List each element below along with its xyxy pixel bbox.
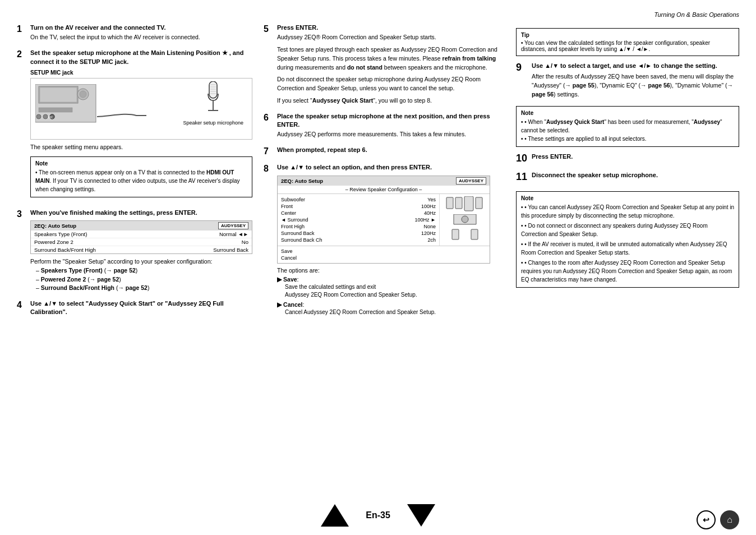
step-3-dash-2: – Powered Zone 2 (→ page 52) <box>36 275 252 284</box>
step-5-number: 5 <box>264 24 274 105</box>
page-header: Turning On & Basic Operations <box>17 11 739 18</box>
speakers-top-svg <box>445 196 485 213</box>
step-7-content: When prompted, repeat step 6. <box>277 146 505 156</box>
review-save: Save <box>281 248 486 255</box>
step-2-menu-appears: The speaker setting menu appears. <box>30 143 252 152</box>
step-2-content: Set the speaker setup microphone at the … <box>30 49 252 202</box>
microphone-graphic: Speaker setup microphone <box>183 81 243 126</box>
speaker-mic-text: Speaker setup microphone <box>183 120 243 126</box>
review-row-surround: ◄ Surround100Hz ► <box>281 216 436 223</box>
bottom-note-title: Note <box>521 195 734 201</box>
setup-row-1: Speakers Type (Front) Normal ◄► <box>31 230 252 238</box>
page-number: En-35 <box>366 510 390 520</box>
setup-row-3: Surround Back/Front High Surround Back <box>31 246 252 253</box>
step-6-body: Audyssey 2EQ performs more measurements.… <box>277 130 505 139</box>
step-8-content: Use ▲/▼ to select an option, and then pr… <box>277 163 505 316</box>
step-5: 5 Press ENTER. Audyssey 2EQ® Room Correc… <box>264 24 505 105</box>
review-header: 2EQ: Auto Setup AUDYSSEY <box>278 176 490 186</box>
auto-setup-title: 2EQ: Auto Setup <box>34 223 76 229</box>
svg-rect-10 <box>209 81 217 98</box>
step-4: 4 Use ▲/▼ to select "Audyssey Quick Star… <box>17 299 252 317</box>
save-desc: Save the calculated settings and exit Au… <box>285 283 505 299</box>
av-receiver-svg: MIC <box>35 84 97 123</box>
step-11: 11 Disconnect the speaker setup micropho… <box>516 171 739 183</box>
footer: En-35 <box>0 504 756 527</box>
next-page-triangle[interactable] <box>407 504 435 527</box>
step-2-note-list: The on-screen menus appear only on a TV … <box>35 168 247 193</box>
step-5-content: Press ENTER. Audyssey 2EQ® Room Correcti… <box>277 24 505 105</box>
svg-rect-2 <box>40 87 77 102</box>
step-1-content: Turn on the AV receiver and the connecte… <box>30 24 252 42</box>
step-5-body3: Do not disconnect the speaker setup micr… <box>277 75 505 93</box>
step-9-note-list: • When "Audyssey Quick Start" has been u… <box>521 118 734 143</box>
bottom-note-item-4: • Changes to the room after Audyssey 2EQ… <box>521 259 734 284</box>
setup-row-1-label: Speakers Type (Front) <box>34 231 87 237</box>
step-9-note-item-1: • When "Audyssey Quick Start" has been u… <box>521 118 734 135</box>
middle-column: 5 Press ENTER. Audyssey 2EQ® Room Correc… <box>264 24 505 324</box>
speakers-side-svg <box>451 226 479 243</box>
step-2-note-box: Note The on-screen menus appear only on … <box>30 156 252 197</box>
setup-row-3-label: Surround Back/Front High <box>34 247 96 253</box>
setup-row-2: Powered Zone 2 No <box>31 238 252 246</box>
cancel-label: Cancel <box>283 301 302 308</box>
review-header-title: 2EQ: Auto Setup <box>281 178 323 184</box>
left-column: 1 Turn on the AV receiver and the connec… <box>17 24 252 324</box>
step-3-dash-1: – Speakers Type (Front) (→ page 52) <box>36 266 252 275</box>
bottom-note-item-1: • You can cancel Audyssey 2EQ Room Corre… <box>521 203 734 220</box>
step-7-number: 7 <box>264 146 274 156</box>
step-8-title: Use ▲/▼ to select an option, and then pr… <box>277 163 505 172</box>
home-button[interactable]: ⌂ <box>720 510 739 529</box>
review-table: SubwooferYes Front100Hz Center40Hz ◄ Sur… <box>278 194 439 246</box>
step-9: 9 Use ▲/▼ to select a target, and use ◄/… <box>516 62 739 99</box>
step-3-title: When you've finished making the settings… <box>30 209 252 217</box>
step-2-note-title: Note <box>35 160 247 167</box>
review-row-subwoofer: SubwooferYes <box>281 196 436 203</box>
review-row-surround-back: Surround Back120Hz <box>281 230 436 237</box>
review-title-center: – Review Speaker Configuration – <box>278 186 490 194</box>
cable <box>97 111 147 123</box>
step-6-number: 6 <box>264 112 274 140</box>
back-button[interactable]: ↩ <box>697 510 716 529</box>
step-8-number: 8 <box>264 163 274 316</box>
step-7-title: When prompted, repeat step 6. <box>277 146 505 154</box>
svg-rect-18 <box>446 197 453 209</box>
review-row-center: Center40Hz <box>281 210 436 216</box>
svg-rect-23 <box>452 229 459 239</box>
step-10: 10 Press ENTER. <box>516 153 739 165</box>
step-3-number: 3 <box>17 209 27 293</box>
save-option: ▶ Save: Save the calculated settings and… <box>277 276 505 299</box>
prev-page-triangle[interactable] <box>321 504 349 527</box>
step-7: 7 When prompted, repeat step 6. <box>264 146 505 156</box>
step-9-content: Use ▲/▼ to select a target, and use ◄/► … <box>532 62 739 99</box>
microphone-svg <box>205 81 222 118</box>
svg-point-22 <box>462 216 468 223</box>
svg-point-6 <box>36 114 41 119</box>
step-1-number: 1 <box>17 24 27 42</box>
cable-svg <box>97 111 147 122</box>
step-5-body2: Test tones are played through each speak… <box>277 45 505 72</box>
review-row-surround-back-ch: Surround Back Ch2ch <box>281 237 436 243</box>
setup-row-3-value: Surround Back <box>213 247 248 253</box>
tip-box: Tip • You can view the calculated settin… <box>516 28 739 56</box>
footer-icons: ↩ ⌂ <box>697 510 739 529</box>
bottom-note-item-2: • Do not connect or disconnect any speak… <box>521 222 734 238</box>
tip-list: • You can view the calculated settings f… <box>521 40 734 52</box>
step-2-note-item-1: The on-screen menus appear only on a TV … <box>35 168 247 193</box>
step-6-title: Place the speaker setup microphone at th… <box>277 112 505 130</box>
step-5-body4: If you select "Audyssey Quick Start", yo… <box>277 96 505 105</box>
svg-rect-21 <box>476 197 482 209</box>
step-9-note-title: Note <box>521 110 734 116</box>
review-row-front-high: Front HighNone <box>281 223 436 230</box>
step-6-content: Place the speaker setup microphone at th… <box>277 112 505 140</box>
cancel-desc: Cancel Audyssey 2EQ Room Correction and … <box>285 308 505 316</box>
page: Turning On & Basic Operations 1 Turn on … <box>0 0 756 535</box>
bottom-note-item-3: • If the AV receiver is muted, it will b… <box>521 240 734 257</box>
step-3: 3 When you've finished making the settin… <box>17 209 252 293</box>
step-8: 8 Use ▲/▼ to select an option, and then … <box>264 163 505 316</box>
step-5-title: Press ENTER. <box>277 24 505 32</box>
review-content: SubwooferYes Front100Hz Center40Hz ◄ Sur… <box>278 194 490 246</box>
step-10-number: 10 <box>516 153 528 165</box>
mic-diagram: SETUP MIC jack <box>30 70 252 140</box>
review-box: 2EQ: Auto Setup AUDYSSEY – Review Speake… <box>277 176 490 264</box>
review-row-front: Front100Hz <box>281 203 436 210</box>
